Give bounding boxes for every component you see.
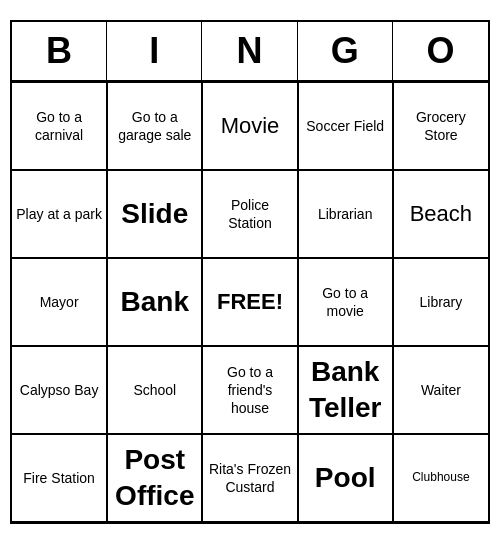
bingo-cell: Play at a park <box>12 170 107 258</box>
bingo-cell: Police Station <box>202 170 297 258</box>
bingo-cell: Go to a movie <box>298 258 393 346</box>
bingo-cell: School <box>107 346 202 434</box>
header-letter: I <box>107 22 202 80</box>
bingo-cell: Slide <box>107 170 202 258</box>
header-letter: N <box>202 22 297 80</box>
bingo-cell: Mayor <box>12 258 107 346</box>
bingo-cell: Go to a carnival <box>12 82 107 170</box>
bingo-cell: Beach <box>393 170 488 258</box>
bingo-cell: Movie <box>202 82 297 170</box>
bingo-cell: Calypso Bay <box>12 346 107 434</box>
bingo-cell: Bank Teller <box>298 346 393 434</box>
bingo-cell: Soccer Field <box>298 82 393 170</box>
bingo-card: BINGO Go to a carnivalGo to a garage sal… <box>10 20 490 524</box>
bingo-grid: Go to a carnivalGo to a garage saleMovie… <box>12 82 488 522</box>
bingo-cell: Go to a friend's house <box>202 346 297 434</box>
bingo-cell: FREE! <box>202 258 297 346</box>
bingo-cell: Go to a garage sale <box>107 82 202 170</box>
bingo-cell: Librarian <box>298 170 393 258</box>
bingo-header: BINGO <box>12 22 488 82</box>
header-letter: B <box>12 22 107 80</box>
bingo-cell: Rita's Frozen Custard <box>202 434 297 522</box>
bingo-cell: Clubhouse <box>393 434 488 522</box>
bingo-cell: Fire Station <box>12 434 107 522</box>
bingo-cell: Grocery Store <box>393 82 488 170</box>
bingo-cell: Library <box>393 258 488 346</box>
bingo-cell: Post Office <box>107 434 202 522</box>
header-letter: G <box>298 22 393 80</box>
bingo-cell: Pool <box>298 434 393 522</box>
bingo-cell: Waiter <box>393 346 488 434</box>
header-letter: O <box>393 22 488 80</box>
bingo-cell: Bank <box>107 258 202 346</box>
